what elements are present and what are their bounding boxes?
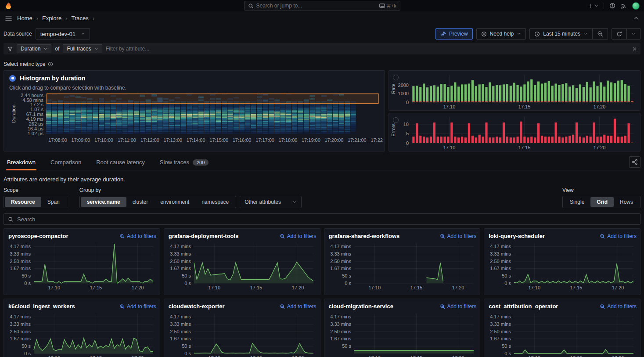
duration-heatmap[interactable]: 2.44 hours4.58 mins17.2 s1.07 s67.1 ms4.… bbox=[9, 93, 383, 144]
breadcrumb-traces[interactable]: Traces bbox=[71, 15, 88, 22]
filter-bar: Duration of Full traces bbox=[4, 43, 640, 54]
view-grid[interactable]: Grid bbox=[590, 197, 614, 207]
svg-text:17:16:00: 17:16:00 bbox=[233, 137, 252, 143]
breadcrumb-home[interactable]: Home bbox=[17, 15, 32, 22]
svg-text:17:10: 17:10 bbox=[529, 285, 541, 290]
svg-text:50 s: 50 s bbox=[182, 343, 191, 349]
svg-text:2.50 mins: 2.50 mins bbox=[490, 329, 511, 334]
breadcrumb-explore[interactable]: Explore bbox=[42, 15, 61, 22]
breakdown-search-input[interactable] bbox=[17, 216, 636, 223]
svg-text:50 s: 50 s bbox=[22, 343, 31, 349]
svg-text:1.67 mins: 1.67 mins bbox=[170, 336, 191, 341]
svg-text:17:15: 17:15 bbox=[518, 145, 531, 150]
svg-text:17:12:00: 17:12:00 bbox=[140, 137, 159, 143]
add-button[interactable] bbox=[587, 3, 598, 9]
svg-text:3.33 mins: 3.33 mins bbox=[330, 321, 351, 327]
collapse-chevron-up-icon[interactable] bbox=[633, 15, 639, 21]
errors-radio[interactable] bbox=[393, 117, 399, 123]
service-name: cloudwatch-exporter bbox=[169, 303, 225, 310]
svg-text:4.17 mins: 4.17 mins bbox=[490, 244, 511, 249]
refresh-button[interactable] bbox=[612, 28, 627, 40]
time-range-picker[interactable]: Last 15 minutes bbox=[529, 28, 593, 40]
svg-text:17:20: 17:20 bbox=[292, 285, 304, 290]
svg-text:17:08:00: 17:08:00 bbox=[48, 137, 67, 143]
svg-text:17:20:00: 17:20:00 bbox=[324, 137, 343, 143]
add-to-filters-link[interactable]: Add to filters bbox=[119, 233, 156, 239]
svg-text:3.33 mins: 3.33 mins bbox=[490, 321, 511, 327]
top-nav: ⌘+k bbox=[0, 0, 644, 11]
errors-panel: 17:1017:1517:201050Errors bbox=[389, 113, 640, 151]
service-name: k6cloud_ingest_workers bbox=[8, 303, 75, 310]
svg-text:5: 5 bbox=[406, 131, 409, 136]
chevron-right-icon: › bbox=[93, 15, 94, 22]
news-icon[interactable] bbox=[621, 3, 627, 9]
svg-text:0 s: 0 s bbox=[345, 281, 351, 286]
svg-text:17:20: 17:20 bbox=[452, 285, 464, 290]
svg-text:4.17 mins: 4.17 mins bbox=[330, 314, 351, 319]
add-to-filters-link[interactable]: Add to filters bbox=[600, 233, 637, 239]
tab-root-cause-latency[interactable]: Root cause latency bbox=[95, 155, 146, 170]
svg-text:0 s: 0 s bbox=[24, 351, 31, 356]
info-icon[interactable] bbox=[48, 61, 53, 67]
preview-button[interactable]: Preview bbox=[435, 28, 473, 40]
other-attributes-select[interactable]: Other attributes bbox=[240, 196, 302, 208]
datasource-select[interactable]: tempo-dev-01 bbox=[36, 28, 90, 40]
add-to-filters-link[interactable]: Add to filters bbox=[280, 303, 317, 310]
service-duration-chart: 17:1017:1517:204.17 mins3.33 mins2.50 mi… bbox=[329, 241, 476, 291]
service-name: cloud-migration-service bbox=[329, 303, 393, 310]
svg-text:2.50 mins: 2.50 mins bbox=[170, 259, 191, 264]
svg-text:4.17 mins: 4.17 mins bbox=[170, 314, 191, 319]
groupby-service-name[interactable]: service.name bbox=[81, 197, 126, 207]
need-help-button[interactable]: Need help bbox=[476, 28, 526, 40]
refresh-interval-dropdown[interactable] bbox=[627, 28, 640, 40]
groupby-cluster[interactable]: cluster bbox=[126, 197, 154, 207]
duration-select[interactable]: Duration bbox=[17, 44, 51, 53]
view-single[interactable]: Single bbox=[564, 197, 590, 207]
svg-text:17:15: 17:15 bbox=[410, 285, 422, 290]
scope-span[interactable]: Span bbox=[41, 197, 66, 207]
breakdown-search[interactable] bbox=[4, 213, 640, 225]
add-to-filters-link[interactable]: Add to filters bbox=[440, 233, 477, 239]
tab-breakdown[interactable]: Breakdown bbox=[6, 155, 36, 170]
zoom-out-button[interactable] bbox=[593, 28, 608, 40]
add-to-filters-link[interactable]: Add to filters bbox=[600, 303, 637, 310]
svg-text:1.02 µs: 1.02 µs bbox=[28, 131, 44, 136]
add-to-filters-link[interactable]: Add to filters bbox=[440, 303, 477, 310]
svg-text:17:20: 17:20 bbox=[612, 355, 624, 357]
menu-icon[interactable] bbox=[5, 15, 12, 21]
service-card: grafana-shared-workflows Add to filters … bbox=[324, 228, 481, 295]
scope-resource[interactable]: Resource bbox=[5, 197, 41, 207]
svg-text:17:20: 17:20 bbox=[594, 145, 606, 150]
svg-text:0 s: 0 s bbox=[184, 281, 191, 286]
svg-text:17:10: 17:10 bbox=[368, 285, 381, 290]
global-search-input[interactable] bbox=[256, 3, 377, 9]
view-rows[interactable]: Rows bbox=[614, 197, 639, 207]
svg-text:3.33 mins: 3.33 mins bbox=[170, 321, 191, 327]
chevron-right-icon: › bbox=[36, 15, 38, 22]
service-name: grafana-shared-workflows bbox=[329, 233, 400, 239]
svg-text:17:21:00: 17:21:00 bbox=[348, 137, 367, 143]
add-to-filters-link[interactable]: Add to filters bbox=[119, 303, 156, 310]
svg-text:17:10: 17:10 bbox=[208, 285, 220, 290]
tab-slow-traces[interactable]: Slow traces200 bbox=[159, 155, 210, 170]
help-icon[interactable] bbox=[609, 3, 615, 9]
user-avatar[interactable] bbox=[632, 2, 640, 10]
share-button[interactable] bbox=[629, 156, 640, 168]
rate-radio[interactable] bbox=[393, 75, 399, 80]
filter-attribute-input[interactable] bbox=[106, 46, 629, 52]
global-search[interactable]: ⌘+k bbox=[244, 1, 400, 11]
groupby-segmented: service.name cluster environment namespa… bbox=[79, 196, 237, 208]
groupby-namespace[interactable]: namespace bbox=[195, 197, 235, 207]
funnel-icon bbox=[7, 46, 13, 52]
datasource-label: Data source bbox=[4, 31, 32, 37]
full-traces-select[interactable]: Full traces bbox=[63, 44, 102, 53]
histogram-radio[interactable] bbox=[9, 75, 16, 82]
svg-text:Rate: Rate bbox=[391, 83, 396, 94]
grafana-logo[interactable] bbox=[4, 2, 12, 10]
close-icon[interactable] bbox=[632, 47, 637, 51]
groupby-environment[interactable]: environment bbox=[154, 197, 195, 207]
tab-comparison[interactable]: Comparison bbox=[50, 155, 82, 170]
svg-text:17:15: 17:15 bbox=[250, 355, 262, 357]
svg-text:17:15: 17:15 bbox=[570, 285, 583, 290]
add-to-filters-link[interactable]: Add to filters bbox=[280, 233, 317, 239]
